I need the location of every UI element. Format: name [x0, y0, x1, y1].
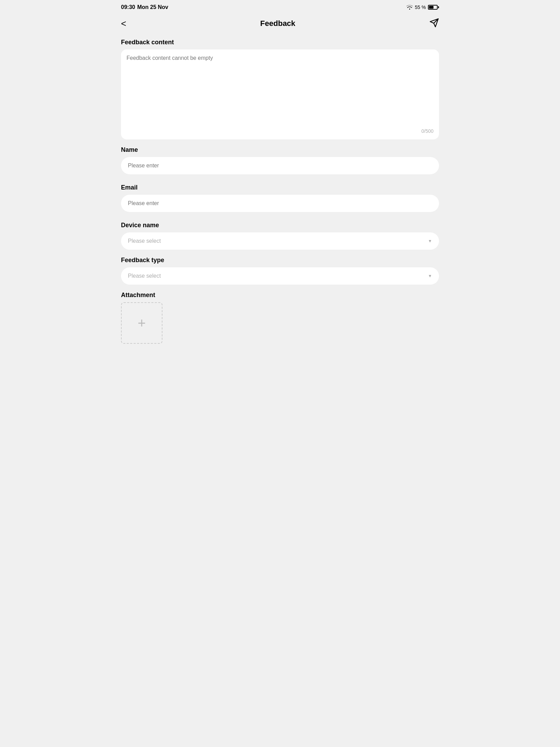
feedback-type-chevron-icon: ▼ — [428, 274, 432, 278]
battery-percent: 55 % — [415, 4, 426, 10]
status-indicators: 55 % — [407, 4, 439, 10]
feedback-textarea[interactable] — [127, 55, 433, 124]
battery-icon — [428, 5, 439, 10]
plus-icon: + — [138, 316, 146, 330]
send-button[interactable] — [427, 17, 439, 30]
feedback-textarea-container: 0/500 — [121, 49, 439, 139]
form-content: Feedback content 0/500 Name Email Device… — [114, 39, 446, 344]
feedback-type-label: Feedback type — [121, 257, 439, 264]
char-count: 0/500 — [127, 128, 433, 134]
wifi-icon — [407, 5, 413, 10]
device-name-label: Device name — [121, 222, 439, 229]
page-title: Feedback — [129, 19, 427, 28]
email-input[interactable] — [121, 195, 439, 212]
status-date: Mon 25 Nov — [137, 4, 168, 10]
attachment-label: Attachment — [121, 292, 439, 299]
name-input[interactable] — [121, 157, 439, 174]
feedback-type-placeholder: Please select — [128, 273, 161, 279]
name-label: Name — [121, 146, 439, 154]
device-name-chevron-icon: ▼ — [428, 239, 432, 243]
status-time: 09:30 — [121, 4, 135, 10]
feedback-content-label: Feedback content — [121, 39, 439, 46]
email-label: Email — [121, 184, 439, 191]
status-bar: 09:30 Mon 25 Nov 55 % — [114, 0, 446, 13]
feedback-type-select[interactable]: Please select ▼ — [121, 267, 439, 285]
send-icon — [429, 18, 439, 28]
device-name-select[interactable]: Please select ▼ — [121, 232, 439, 250]
attachment-add-button[interactable]: + — [121, 302, 162, 344]
device-name-placeholder: Please select — [128, 238, 161, 244]
nav-header: < Feedback — [114, 13, 446, 36]
back-button[interactable]: < — [121, 17, 129, 30]
